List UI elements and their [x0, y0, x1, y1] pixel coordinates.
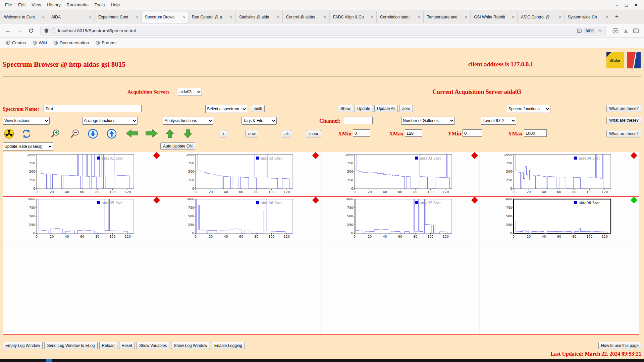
spectrum-name-input[interactable] — [44, 105, 142, 112]
new-tab-button[interactable]: + — [612, 12, 622, 22]
ymin-input[interactable] — [463, 129, 482, 137]
layout-id-dropdown[interactable]: Layout ID=2 — [481, 117, 516, 125]
radiation-button[interactable] — [4, 129, 14, 140]
maximize-icon[interactable]: □ — [625, 2, 628, 8]
tab-statistics-aida[interactable]: Statistics @ aida× — [235, 11, 282, 23]
show-variables-button[interactable]: Show Variables — [137, 342, 170, 349]
bookmark-centos[interactable]: Centos — [3, 39, 29, 47]
update-all-button[interactable]: Update All — [374, 105, 398, 112]
sphere-up-button[interactable] — [107, 129, 117, 140]
tab-close-icon[interactable]: × — [417, 15, 421, 20]
tab-correlation-statu[interactable]: Correlation statu× — [376, 11, 423, 23]
menu-view[interactable]: View — [29, 1, 44, 9]
downloads-icon[interactable] — [623, 28, 629, 34]
show-log-window-button[interactable]: Show Log Window — [171, 342, 210, 349]
acquisition-server-select[interactable]: aida03 — [178, 88, 202, 96]
pocket-save-icon[interactable] — [612, 28, 619, 34]
tab-close-icon[interactable]: × — [464, 15, 468, 20]
analysis-functions-dropdown[interactable]: Analysis functions — [163, 117, 213, 125]
view-functions-dropdown[interactable]: View functions — [3, 117, 50, 125]
reload-button[interactable] — [26, 26, 36, 36]
select-spectrum-dropdown[interactable]: Select a spectrum — [205, 105, 247, 113]
reload-button[interactable]: Reload — [99, 342, 117, 349]
linear-button[interactable]: linear — [306, 130, 321, 137]
tab-close-icon[interactable]: × — [370, 15, 374, 20]
shield-icon[interactable] — [44, 28, 49, 33]
move-up-button[interactable] — [165, 129, 174, 140]
tab-control-aidas[interactable]: Control @ aidas× — [282, 11, 329, 23]
show-button[interactable]: Show — [338, 105, 353, 112]
tab-close-icon[interactable]: × — [511, 15, 515, 20]
tab-close-icon[interactable]: × — [229, 15, 233, 20]
sidebar-icon[interactable] — [633, 28, 639, 34]
forward-button[interactable]: → — [15, 26, 24, 36]
tab-temperature-and[interactable]: Temperature and× — [423, 11, 470, 23]
tab-close-icon[interactable]: × — [182, 15, 186, 20]
tab-close-icon[interactable]: × — [135, 15, 140, 20]
tab-close-icon[interactable]: × — [88, 15, 93, 20]
gallery-panel-aida06[interactable]: 02505007501000020406080100120 aida06 Sta… — [162, 197, 321, 242]
auto-update-button[interactable]: Auto Update ON — [160, 142, 195, 150]
move-down-button[interactable] — [183, 129, 193, 140]
tab-aida[interactable]: AIDA× — [48, 11, 95, 23]
tab-welcome-to-cent[interactable]: Welcome to Cent× — [1, 11, 48, 23]
gallery-panel-aida07[interactable]: 02505007501000020406080100120 aida07 Sta… — [321, 197, 480, 242]
gallery-panel-aida08[interactable]: 02505007501000020406080100120 aida08 Sta… — [480, 197, 639, 242]
page-info-icon[interactable] — [51, 28, 56, 33]
tab-run-control-a[interactable]: Run Control @ a× — [189, 11, 235, 23]
reader-mode-icon[interactable] — [577, 28, 582, 33]
multi-button[interactable]: multi — [251, 105, 265, 112]
enable-logging-button[interactable]: Enable Logging — [212, 342, 245, 349]
x-axis-button[interactable]: x — [220, 130, 227, 137]
tags-fits-dropdown[interactable]: Tags & Fits — [241, 117, 277, 125]
ymax-input[interactable] — [524, 129, 547, 137]
number-of-galleries-dropdown[interactable]: Number of Galleries — [401, 117, 455, 125]
tab-close-icon[interactable]: × — [557, 15, 562, 20]
spectra-functions-dropdown[interactable]: Spectra functions — [507, 105, 550, 113]
xmin-input[interactable] — [353, 129, 370, 137]
what-are-these-button-2[interactable]: What are these? — [606, 117, 641, 124]
gallery-panel-aida01[interactable]: 02505007501000020406080100120 aida01 Sta… — [3, 152, 162, 197]
new-button[interactable]: new — [246, 130, 258, 137]
what-are-these-button-3[interactable]: What are these? — [606, 130, 641, 137]
move-right-button[interactable] — [145, 129, 158, 139]
tab-system-wide-ch[interactable]: System wide Ch× — [564, 11, 611, 23]
back-button[interactable]: ← — [3, 26, 13, 36]
tab-experiment-cont[interactable]: Experiment Cont× — [95, 11, 142, 23]
tab-close-icon[interactable]: × — [323, 15, 327, 20]
bookmark-wiki[interactable]: Wiki — [30, 39, 50, 47]
menu-help[interactable]: Help — [108, 1, 123, 9]
tab-close-icon[interactable]: × — [41, 15, 46, 20]
send-log-window-to-elog-button[interactable]: Send Log Window to ELog — [44, 342, 97, 349]
url-text[interactable]: localhost:8015/Spectrum/Spectrum.tml — [58, 28, 575, 33]
tab-close-icon[interactable]: × — [276, 15, 280, 20]
update-rate-dropdown[interactable]: Update Rate (8 secs) — [3, 142, 53, 150]
what-are-these-button-1[interactable]: What are these? — [606, 105, 641, 112]
zero-button[interactable]: Zero — [399, 105, 413, 112]
tab-gsi-white-rabbit[interactable]: GSI White Rabbit× — [470, 11, 517, 23]
menu-tools[interactable]: Tools — [92, 1, 108, 9]
bookmark-forums[interactable]: Forums — [93, 39, 119, 47]
menu-bookmarks[interactable]: Bookmarks — [64, 1, 92, 9]
refresh-button[interactable] — [21, 129, 32, 140]
menu-file[interactable]: File — [2, 1, 15, 9]
how-to-use-button[interactable]: How to use this page — [598, 342, 641, 349]
sphere-down-button[interactable] — [88, 129, 98, 140]
tab-asic-control[interactable]: ASIC Control @× — [517, 11, 564, 23]
tab-close-icon[interactable]: × — [604, 15, 609, 20]
all-button[interactable]: all — [282, 130, 291, 137]
gallery-panel-aida04[interactable]: 02505007501000020406080100120 aida04 Sta… — [480, 152, 639, 197]
reset-button[interactable]: Reset — [119, 342, 135, 349]
zoom-out-button[interactable] — [70, 129, 80, 140]
menu-history[interactable]: History — [44, 1, 63, 9]
menu-edit[interactable]: Edit — [15, 1, 29, 9]
update-button[interactable]: Update — [355, 105, 373, 112]
gallery-panel-aida02[interactable]: 02505007501000020406080100120 aida02 Sta… — [162, 152, 321, 197]
bookmark-documentation[interactable]: Documentation — [51, 39, 92, 47]
zoom-in-button[interactable] — [50, 129, 60, 140]
gallery-panel-aida05[interactable]: 02505007501000020406080100120 aida05 Sta… — [3, 197, 162, 242]
gallery-panel-aida03[interactable]: 02505007501000020406080100120 aida03 Sta… — [321, 152, 480, 197]
minimize-icon[interactable]: – — [616, 2, 619, 8]
move-left-button[interactable] — [125, 129, 139, 139]
bookmark-star-icon[interactable]: ☆ — [598, 28, 602, 34]
